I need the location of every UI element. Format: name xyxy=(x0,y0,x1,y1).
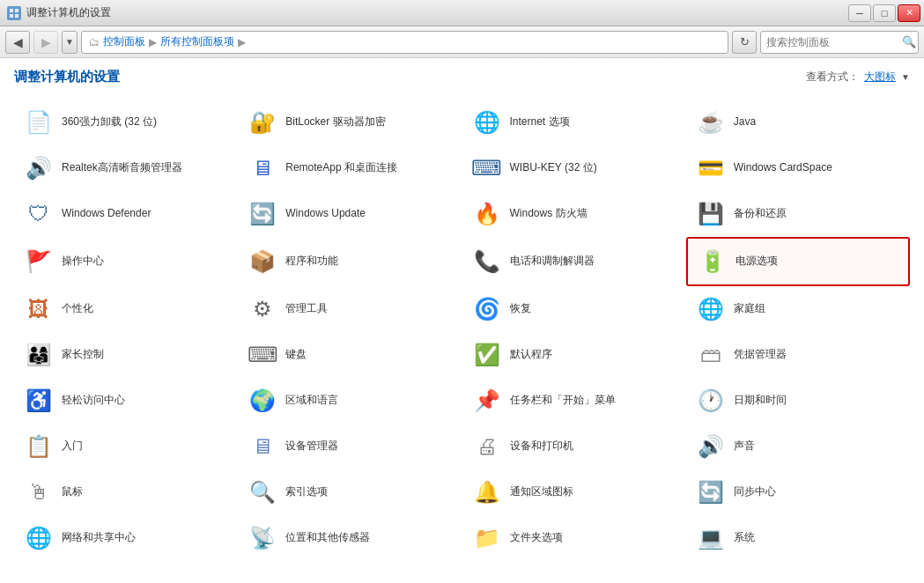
grid-item-31[interactable]: 🔊声音 xyxy=(686,424,910,469)
grid-item-5[interactable]: 🖥RemoteApp 和桌面连接 xyxy=(238,145,462,191)
grid-item-30[interactable]: 🖨设备和打印机 xyxy=(462,424,686,469)
item-label-16: 个性化 xyxy=(62,302,93,316)
item-icon-35: 🔄 xyxy=(695,476,727,508)
item-icon-8: 🛡 xyxy=(23,198,55,230)
item-icon-15: 🔋 xyxy=(697,246,728,277)
grid-item-9[interactable]: 🔄Windows Update xyxy=(238,191,462,237)
item-label-39: 系统 xyxy=(734,531,755,545)
close-button[interactable]: ✕ xyxy=(898,4,920,22)
grid-item-21[interactable]: ⌨键盘 xyxy=(238,332,462,378)
grid-item-2[interactable]: 🌐Internet 选项 xyxy=(462,100,686,145)
grid-item-16[interactable]: 🖼个性化 xyxy=(14,286,238,332)
item-label-17: 管理工具 xyxy=(285,302,328,316)
view-dropdown-arrow[interactable]: ▼ xyxy=(901,72,910,82)
item-icon-29: 🖥 xyxy=(247,431,278,462)
svg-rect-2 xyxy=(10,14,13,18)
grid-item-33[interactable]: 🔍索引选项 xyxy=(238,469,462,515)
item-icon-3: ☕ xyxy=(695,107,727,138)
item-label-25: 区域和语言 xyxy=(285,394,338,408)
grid-item-34[interactable]: 🔔通知区域图标 xyxy=(462,469,686,515)
item-icon-2: 🌐 xyxy=(471,107,503,138)
grid-item-6[interactable]: ⌨WIBU-KEY (32 位) xyxy=(462,145,686,191)
item-label-14: 电话和调制解调器 xyxy=(510,255,595,269)
grid-item-3[interactable]: ☕Java xyxy=(686,100,910,145)
grid-item-19[interactable]: 🌐家庭组 xyxy=(686,286,910,332)
grid-item-39[interactable]: 💻系统 xyxy=(686,515,910,561)
view-current[interactable]: 大图标 xyxy=(864,70,896,85)
title-bar-left: 调整计算机的设置 xyxy=(7,5,111,20)
item-label-35: 同步中心 xyxy=(734,485,776,499)
item-icon-22: ✅ xyxy=(471,339,503,371)
item-icon-9: 🔄 xyxy=(247,198,278,230)
item-label-28: 入门 xyxy=(62,439,83,454)
breadcrumb-sep-2: ▶ xyxy=(238,36,246,48)
item-icon-36: 🌐 xyxy=(23,522,55,554)
item-label-34: 通知区域图标 xyxy=(510,485,573,499)
grid-item-32[interactable]: 🖱鼠标 xyxy=(14,469,238,515)
item-icon-31: 🔊 xyxy=(695,431,727,462)
window-controls: ─ □ ✕ xyxy=(848,4,920,22)
item-icon-23: 🗃 xyxy=(695,339,727,371)
grid-item-27[interactable]: 🕐日期和时间 xyxy=(686,378,910,424)
window-title: 调整计算机的设置 xyxy=(26,5,111,20)
item-label-24: 轻松访问中心 xyxy=(62,394,125,408)
grid-item-28[interactable]: 📋入门 xyxy=(14,424,238,469)
breadcrumb-control-panel[interactable]: 控制面板 xyxy=(103,34,145,49)
grid-item-22[interactable]: ✅默认程序 xyxy=(462,332,686,378)
grid-item-36[interactable]: 🌐网络和共享中心 xyxy=(14,515,238,561)
grid-item-17[interactable]: ⚙管理工具 xyxy=(238,286,462,332)
minimize-button[interactable]: ─ xyxy=(848,4,871,22)
item-icon-18: 🌀 xyxy=(471,293,503,325)
grid-item-20[interactable]: 👨‍👩‍👧家长控制 xyxy=(14,332,238,378)
grid-item-29[interactable]: 🖥设备管理器 xyxy=(238,424,462,469)
item-icon-28: 📋 xyxy=(23,431,55,462)
items-grid: 📄360强力卸载 (32 位)🔐BitLocker 驱动器加密🌐Internet… xyxy=(14,100,910,561)
item-icon-16: 🖼 xyxy=(23,293,55,325)
item-icon-38: 📁 xyxy=(471,522,503,554)
view-selector: 查看方式： 大图标 ▼ xyxy=(806,70,910,85)
grid-item-8[interactable]: 🛡Windows Defender xyxy=(14,191,238,237)
grid-item-11[interactable]: 💾备份和还原 xyxy=(686,191,910,237)
grid-item-1[interactable]: 🔐BitLocker 驱动器加密 xyxy=(238,100,462,145)
item-icon-13: 📦 xyxy=(247,246,278,277)
grid-item-26[interactable]: 📌任务栏和「开始」菜单 xyxy=(462,378,686,424)
svg-rect-0 xyxy=(10,9,13,12)
item-icon-37: 📡 xyxy=(247,522,278,554)
grid-item-18[interactable]: 🌀恢复 xyxy=(462,286,686,332)
item-label-31: 声音 xyxy=(734,439,755,454)
item-label-3: Java xyxy=(734,115,756,129)
item-label-27: 日期和时间 xyxy=(734,394,787,408)
grid-item-10[interactable]: 🔥Windows 防火墙 xyxy=(462,191,686,237)
grid-item-4[interactable]: 🔊Realtek高清晰音频管理器 xyxy=(14,145,238,191)
search-icon[interactable]: 🔍 xyxy=(902,35,916,48)
item-label-23: 凭据管理器 xyxy=(734,348,787,362)
breadcrumb-sep-1: ▶ xyxy=(149,36,157,48)
forward-button[interactable]: ▶ xyxy=(33,31,58,54)
grid-item-23[interactable]: 🗃凭据管理器 xyxy=(686,332,910,378)
item-icon-0: 📄 xyxy=(23,107,55,138)
back-button[interactable]: ◀ xyxy=(5,31,30,54)
dropdown-button[interactable]: ▼ xyxy=(62,31,78,54)
search-input[interactable] xyxy=(766,36,898,48)
breadcrumb-all-items[interactable]: 所有控制面板项 xyxy=(160,34,234,49)
grid-item-25[interactable]: 🌍区域和语言 xyxy=(238,378,462,424)
maximize-button[interactable]: □ xyxy=(873,4,896,22)
refresh-button[interactable]: ↻ xyxy=(732,31,757,54)
item-icon-27: 🕐 xyxy=(695,385,727,417)
grid-item-15[interactable]: 🔋电源选项 xyxy=(686,237,910,286)
grid-item-37[interactable]: 📡位置和其他传感器 xyxy=(238,515,462,561)
grid-item-13[interactable]: 📦程序和功能 xyxy=(238,237,462,286)
item-label-0: 360强力卸载 (32 位) xyxy=(62,115,157,129)
item-icon-4: 🔊 xyxy=(23,152,55,184)
item-label-21: 键盘 xyxy=(285,348,307,362)
grid-item-35[interactable]: 🔄同步中心 xyxy=(686,469,910,515)
grid-item-12[interactable]: 🚩操作中心 xyxy=(14,237,238,286)
grid-item-0[interactable]: 📄360强力卸载 (32 位) xyxy=(14,100,238,145)
content-header: 调整计算机的设置 查看方式： 大图标 ▼ xyxy=(14,69,910,85)
grid-item-14[interactable]: 📞电话和调制解调器 xyxy=(462,237,686,286)
item-label-12: 操作中心 xyxy=(62,255,104,269)
grid-item-24[interactable]: ♿轻松访问中心 xyxy=(14,378,238,424)
grid-item-7[interactable]: 💳Windows CardSpace xyxy=(686,145,910,191)
grid-item-38[interactable]: 📁文件夹选项 xyxy=(462,515,686,561)
item-label-7: Windows CardSpace xyxy=(734,161,832,175)
